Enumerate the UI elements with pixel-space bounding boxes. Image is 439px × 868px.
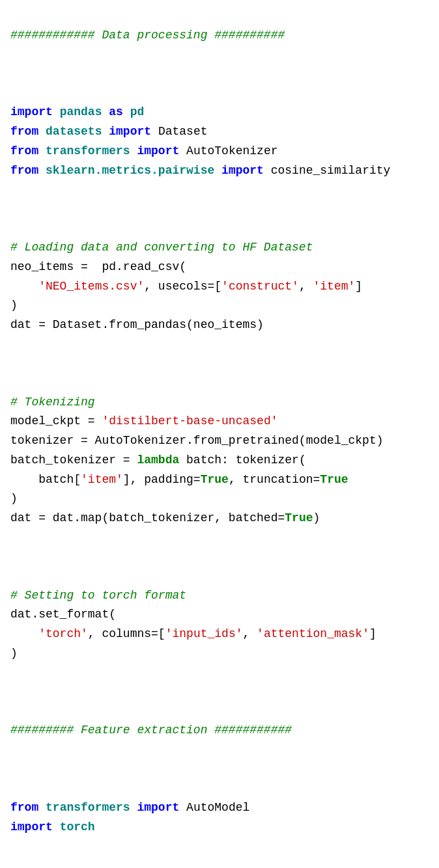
code-set-format-2 [10,627,38,640]
comment-data-processing: ############ Data processing ########## [10,29,285,42]
code-model-ckpt: model_ckpt = [10,414,102,427]
code-paren-close-1: ) [10,299,18,312]
string-construct: 'construct' [221,280,299,293]
code-batch-tokenizer-1: batch_tokenizer = [10,454,137,467]
comment-tokenizing: # Tokenizing [10,396,95,409]
keyword-true-3: True [285,511,313,524]
blank-line-6 [10,763,18,776]
string-torch: 'torch' [38,627,88,640]
blank-line-3 [10,357,18,370]
comment-loading-data: # Loading data and converting to HF Data… [10,241,313,254]
code-set-format-1: dat.set_format( [10,608,116,621]
keyword-import-6: import [10,821,53,834]
keyword-import-4: import [221,164,264,177]
comment-torch-format: # Setting to torch format [10,589,186,602]
code-neo-items-2 [10,280,38,293]
code-neo-items-1: neo_items = pd.read_csv( [10,260,186,273]
string-input-ids: 'input_ids' [165,627,243,640]
code-batch-tokenizer-2: batch[ [10,473,81,486]
keyword-true-1: True [201,473,229,486]
alias-pd: pd [130,105,145,118]
blank-line-2 [10,202,18,215]
string-model-name: 'distilbert-base-uncased' [102,414,277,427]
keyword-from-1: from [10,125,38,138]
string-item-batch: 'item' [81,473,123,486]
keyword-import-3: import [137,144,179,157]
code-editor: ############ Data processing ########## … [10,7,429,837]
code-dat-1: dat = Dataset.from_pandas(neo_items) [10,318,264,331]
module-torch: torch [60,821,95,834]
string-attention-mask: 'attention_mask' [257,627,369,640]
keyword-import-5: import [137,801,179,814]
keyword-as-1: as [109,105,123,118]
module-transformers-2: transformers [46,801,130,814]
module-pandas: pandas [60,105,102,118]
keyword-import-1: import [10,105,53,118]
string-csv: 'NEO_items.csv' [38,280,144,293]
module-transformers-1: transformers [46,144,130,157]
code-paren-close-2: ) [10,492,18,505]
code-dat-map: dat = dat.map(batch_tokenizer, batched= [10,511,285,524]
module-sklearn: sklearn.metrics.pairwise [46,164,214,177]
blank-line-4 [10,550,18,563]
blank-line-5 [10,685,18,698]
keyword-from-3: from [10,164,38,177]
keyword-import-2: import [109,125,151,138]
keyword-lambda: lambda [137,454,179,467]
code-tokenizer: tokenizer = AutoTokenizer.from_pretraine… [10,434,384,447]
module-datasets: datasets [46,125,102,138]
blank-line-1 [10,67,18,80]
comment-feature-extraction: ######### Feature extraction ########### [10,724,292,737]
keyword-from-4: from [10,801,38,814]
keyword-from-2: from [10,144,38,157]
keyword-true-2: True [320,473,348,486]
code-paren-close-3: ) [10,647,18,660]
string-item: 'item' [313,280,356,293]
